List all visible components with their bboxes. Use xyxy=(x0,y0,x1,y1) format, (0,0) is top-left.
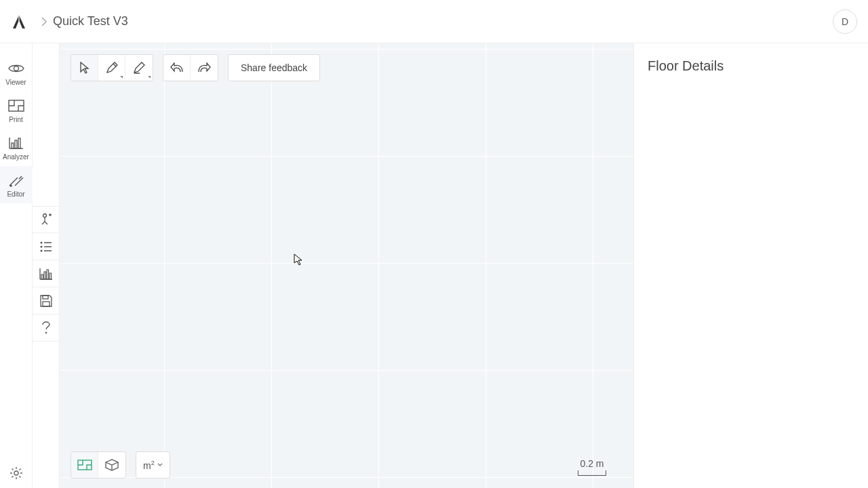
view-3d-button[interactable] xyxy=(98,452,125,478)
mode-analyzer[interactable]: Analyzer xyxy=(0,129,33,166)
svg-rect-2 xyxy=(12,143,14,148)
logo-icon xyxy=(11,14,27,30)
svg-point-5 xyxy=(14,471,18,475)
feedback-label: Share feedback xyxy=(241,62,307,73)
redo-icon xyxy=(197,62,211,73)
chart-icon xyxy=(39,268,53,280)
floorplan-icon xyxy=(8,100,24,112)
breadcrumb-separator xyxy=(41,17,47,26)
mode-viewer[interactable]: Viewer xyxy=(0,54,33,92)
view-2d-button[interactable] xyxy=(71,452,98,478)
tool-draw-line[interactable] xyxy=(125,55,153,81)
units-button[interactable]: m2 xyxy=(136,452,170,478)
mode-print[interactable]: Print xyxy=(0,92,33,129)
view-mode-group xyxy=(71,451,126,479)
tool-chart[interactable] xyxy=(33,260,60,287)
details-panel: Floor Details xyxy=(633,43,868,488)
share-feedback-button[interactable]: Share feedback xyxy=(228,54,320,81)
app-logo[interactable] xyxy=(11,14,27,30)
svg-rect-13 xyxy=(50,273,52,279)
mode-label: Print xyxy=(9,116,23,123)
tool-help[interactable] xyxy=(33,314,60,342)
avatar-initial: D xyxy=(842,16,848,27)
svg-point-7 xyxy=(40,241,42,243)
save-icon xyxy=(40,295,52,307)
plan-2d-icon xyxy=(77,460,92,470)
pencil-line-icon xyxy=(133,62,145,74)
units-label: m2 xyxy=(143,460,155,471)
svg-point-9 xyxy=(40,249,42,251)
svg-rect-12 xyxy=(47,270,49,279)
tool-add-node[interactable] xyxy=(33,206,60,233)
svg-point-6 xyxy=(43,214,46,218)
scale-label: 0.2 m xyxy=(578,458,606,469)
mode-label: Analyzer xyxy=(3,153,29,161)
history-group xyxy=(163,54,218,81)
undo-button[interactable] xyxy=(163,55,191,81)
svg-rect-11 xyxy=(44,272,46,279)
undo-icon xyxy=(170,62,184,73)
app-header: Quick Test V3 D xyxy=(0,0,868,43)
dropdown-caret-icon xyxy=(120,76,123,79)
svg-rect-10 xyxy=(41,274,43,279)
svg-point-8 xyxy=(40,245,42,247)
editor-icon xyxy=(8,174,24,187)
draw-tools-group xyxy=(71,54,153,81)
help-icon xyxy=(42,321,50,335)
eye-icon xyxy=(8,63,24,74)
svg-point-16 xyxy=(45,331,46,333)
dropdown-caret-icon xyxy=(148,76,151,79)
svg-rect-3 xyxy=(15,140,17,148)
svg-point-0 xyxy=(14,66,18,71)
units-group: m2 xyxy=(136,451,170,479)
bar-chart-icon xyxy=(9,137,24,149)
tool-draw-wall[interactable] xyxy=(98,55,125,81)
mouse-cursor-icon xyxy=(294,253,303,266)
mode-rail: Viewer Print Analyzer Editor xyxy=(0,43,33,488)
scale-indicator: 0.2 m xyxy=(578,458,606,476)
svg-rect-4 xyxy=(18,138,20,148)
tool-rail xyxy=(33,43,60,488)
cursor-icon xyxy=(79,62,90,74)
top-toolbar: Share feedback xyxy=(71,54,320,81)
bottom-toolbar: m2 xyxy=(71,451,170,479)
tool-save[interactable] xyxy=(33,287,60,314)
breadcrumb-title[interactable]: Quick Test V3 xyxy=(53,14,128,28)
settings-button[interactable] xyxy=(0,466,32,480)
user-avatar[interactable]: D xyxy=(833,9,857,34)
chevron-right-icon xyxy=(41,17,47,26)
svg-rect-14 xyxy=(43,296,48,299)
mode-editor[interactable]: Editor xyxy=(0,166,33,203)
tool-list[interactable] xyxy=(33,233,60,260)
redo-button[interactable] xyxy=(191,55,218,81)
mode-label: Editor xyxy=(7,190,24,198)
gear-icon xyxy=(9,466,23,480)
mode-label: Viewer xyxy=(5,79,26,86)
svg-rect-15 xyxy=(43,302,50,306)
canvas[interactable]: Share feedback m2 0.2 m xyxy=(60,43,633,488)
cursor-overlay xyxy=(294,253,303,266)
pencil-icon xyxy=(106,62,118,74)
cube-3d-icon xyxy=(105,459,119,471)
tool-select[interactable] xyxy=(71,55,98,81)
details-title: Floor Details xyxy=(648,58,854,74)
chevron-down-icon xyxy=(157,463,163,467)
add-node-icon xyxy=(39,213,53,226)
list-icon xyxy=(40,241,52,252)
scale-bar xyxy=(578,470,606,476)
